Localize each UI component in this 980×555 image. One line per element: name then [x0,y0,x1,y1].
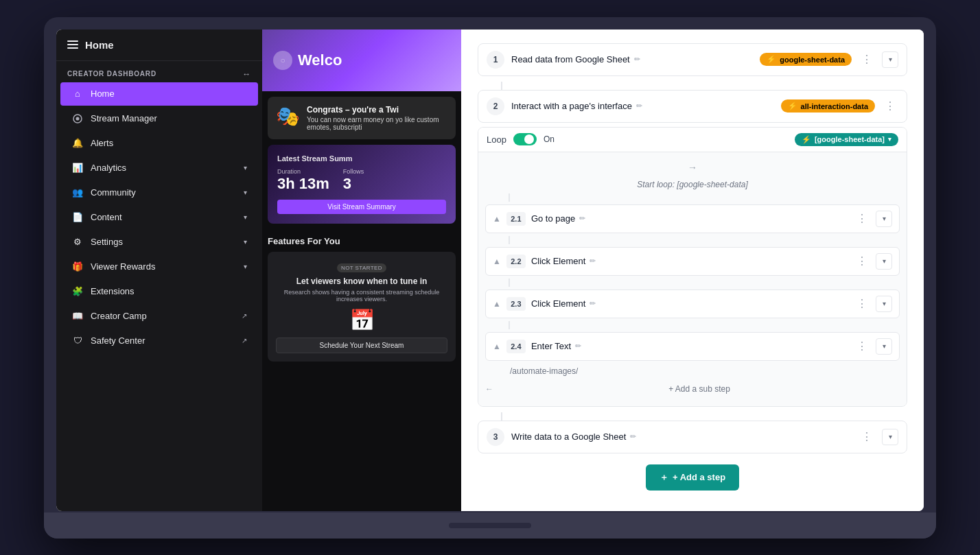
sub-step-2-1-edit[interactable]: ✏ [579,214,585,223]
duration-label: Duration [277,168,329,175]
step-3-collapse[interactable]: ▾ [882,429,898,445]
sidebar-item-content[interactable]: 📄 Content ▾ [60,206,258,229]
alerts-icon: 🔔 [71,137,84,150]
visit-stream-summary-button[interactable]: Visit Stream Summary [277,200,446,214]
analytics-chevron: ▾ [244,164,247,172]
settings-icon: ⚙ [71,236,84,248]
analytics-icon: 📊 [71,162,84,174]
sub-step-2-3-edit[interactable]: ✏ [590,299,596,308]
community-chevron: ▾ [244,189,247,196]
add-step-button[interactable]: ＋ + Add a step [646,464,739,491]
step-3-dots[interactable]: ⋮ [859,430,875,443]
loop-header: Loop On ⚡ [google-sheet-data] [478,128,907,152]
sidebar-item-settings[interactable]: ⚙ Settings ▾ [60,231,258,254]
step-2-badge[interactable]: ⚡ all-interaction-data [781,99,875,113]
avatar: ○ [273,51,292,70]
sub-step-2-1-up-arrow[interactable]: ▲ [493,214,501,224]
section-label: CREATOR DASHBOARD ↔ [56,61,262,82]
step-1-badge[interactable]: ⚡ google-sheet-data [760,53,852,66]
step-3-number: 3 [487,428,504,446]
sidebar-item-viewer-rewards[interactable]: 🎁 Viewer Rewards ▾ [60,255,258,279]
step-2-edit-icon[interactable]: ✏ [636,102,642,110]
sub-step-2-2-label: Click Element ✏ [531,256,848,266]
loop-bottom-row: ← + Add a sub step [485,379,900,399]
congrats-body: You can now earn money on yo like custom… [307,116,447,131]
laptop-screen: Home CREATOR DASHBOARD ↔ ⌂ Home [56,29,924,511]
sidebar-item-extensions[interactable]: 🧩 Extensions [60,280,258,303]
sub-step-2-1-dots[interactable]: ⋮ [854,212,870,225]
stream-stats: Duration 3h 13m Follows 3 [277,168,446,193]
step-1-dots[interactable]: ⋮ [859,53,875,66]
loop-badge[interactable]: ⚡ [google-sheet-data] ▾ [795,133,898,146]
connector-1 [501,82,502,90]
sub-step-2-2-edit[interactable]: ✏ [590,257,596,265]
content-chevron: ▾ [244,213,247,221]
sub-step-2-1-collapse[interactable]: ▾ [876,211,892,227]
sidebar-title: Home [85,39,114,51]
sidebar-item-community[interactable]: 👥 Community ▾ [60,181,258,204]
sub-step-2-1-label: Go to page ✏ [531,213,848,224]
hamburger-icon[interactable] [67,40,78,49]
step-3-edit-icon[interactable]: ✏ [630,432,636,441]
bolt-icon-1: ⚡ [767,55,776,64]
sub-step-2-1-number: 2.1 [506,212,526,226]
pin-icon[interactable]: ↔ [242,69,251,79]
loop-toggle-label: On [544,134,555,144]
step-1-edit-icon[interactable]: ✏ [634,55,640,64]
follows-label: Follows [343,168,364,175]
content-icon: 📄 [71,211,84,224]
sub-step-2-2-dots[interactable]: ⋮ [854,255,870,268]
sub-step-2-3-number: 2.3 [506,297,526,311]
sidebar-item-stream-manager[interactable]: Stream Manager [60,107,258,130]
add-sub-step-button[interactable]: + Add a sub step [499,384,900,394]
rewards-icon: 🎁 [71,261,84,273]
sub-step-2-4: ▲ 2.4 Enter Text ✏ ⋮ ▾ [485,332,900,361]
automation-panel: 1 Read data from Google Sheet ✏ ⚡ google… [461,29,924,511]
sub-step-2-4-edit[interactable]: ✏ [575,342,581,351]
sub-step-2-4-up-arrow[interactable]: ▲ [493,342,501,351]
sidebar-item-home[interactable]: ⌂ Home [60,82,258,106]
sub-step-2-2-up-arrow[interactable]: ▲ [493,257,501,266]
sidebar-item-alerts[interactable]: 🔔 Alerts [60,132,258,155]
sidebar-item-creator-camp[interactable]: 📖 Creator Camp ↗ [60,305,258,328]
rewards-chevron: ▾ [244,263,247,270]
loop-badge-chevron: ▾ [888,136,891,143]
step-2-dots[interactable]: ⋮ [882,99,898,113]
step-1-number: 1 [487,51,504,69]
sidebar-item-safety-center[interactable]: 🛡 Safety Center ↗ [60,329,258,353]
follows-stat: Follows 3 [343,168,364,193]
features-title: Features For You [268,236,456,246]
not-started-badge: NOT STARTED [337,263,386,272]
step-2-block: 2 Interact with a page's interface ✏ ⚡ a… [478,90,907,407]
schedule-button[interactable]: Schedule Your Next Stream [276,338,447,353]
sub-step-2-3-collapse[interactable]: ▾ [876,296,892,312]
sub-connector-2 [509,236,510,244]
loop-badge-container: ⚡ [google-sheet-data] ▾ [795,133,898,146]
step-1-row: 1 Read data from Google Sheet ✏ ⚡ google… [478,43,907,76]
sub-step-2-3-up-arrow[interactable]: ▲ [493,299,501,309]
step-1-collapse[interactable]: ▾ [882,51,898,68]
loop-toggle[interactable] [513,133,537,145]
enter-text-value: /automate-images/ [485,364,900,379]
sub-step-2-4-label: Enter Text ✏ [531,341,848,351]
laptop-base [44,512,936,539]
loop-section: Loop On ⚡ [google-sheet-data] [478,127,907,407]
loop-container: Loop On ⚡ [google-sheet-data] [478,127,907,407]
step-1-label: Read data from Google Sheet ✏ [511,54,753,64]
home-icon: ⌂ [71,88,84,100]
dashboard-preview: ○ Welco 🎭 Congrats – you're a Twi You ca… [262,29,461,511]
sub-step-2-3: ▲ 2.3 Click Element ✏ ⋮ ▾ [485,290,900,318]
congrats-title: Congrats – you're a Twi [307,105,447,115]
sub-step-2-4-collapse[interactable]: ▾ [876,338,892,355]
stream-summary-card: Latest Stream Summ Duration 3h 13m Follo… [268,145,456,224]
screen-content: Home CREATOR DASHBOARD ↔ ⌂ Home [56,29,924,511]
plus-icon: ＋ [660,471,668,484]
sub-step-2-3-label: Click Element ✏ [531,298,848,309]
creator-camp-external-icon: ↗ [242,312,247,320]
sub-step-2-2-collapse[interactable]: ▾ [876,253,892,270]
feature-title: Let viewers know when to tune in [276,276,447,286]
sub-step-2-4-dots[interactable]: ⋮ [854,340,870,353]
sidebar-item-analytics[interactable]: 📊 Analytics ▾ [60,156,258,180]
svg-point-1 [76,117,80,120]
sub-step-2-3-dots[interactable]: ⋮ [854,297,870,310]
